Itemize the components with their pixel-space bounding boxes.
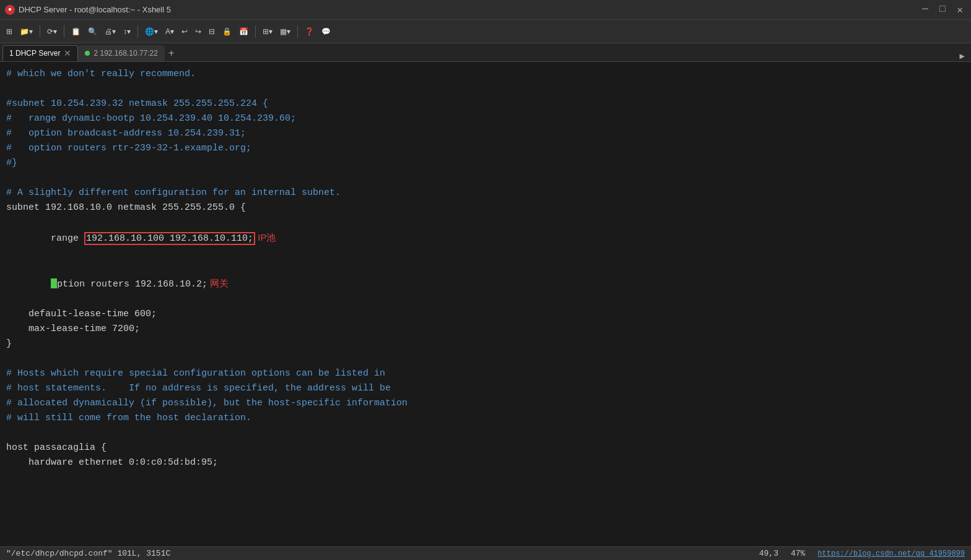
toolbar: ⊞ 📁▾ ⟳▾ 📋 🔍 🖨▾ ↕▾ 🌐▾ A▾ ↩ ↪ ⊟ 🔒 📅 ⊞▾ ▦▾ …	[0, 20, 971, 43]
panel-button[interactable]: ▦▾	[277, 26, 293, 37]
copy-button[interactable]: 📋	[69, 26, 83, 37]
maximize-button[interactable]: □	[936, 4, 949, 16]
tab-2-label: 2 192.168.10.77:22	[94, 49, 157, 58]
line-4: # range dynamic-bootp 10.254.239.40 10.2…	[6, 111, 965, 126]
separator-2	[64, 25, 64, 38]
separator-3	[137, 25, 138, 38]
print-button[interactable]: 🖨▾	[102, 26, 118, 37]
line-hosts-comment-1: # Hosts which require special configurat…	[6, 366, 965, 381]
tabs-bar: 1 DHCP Server ✕ 2 192.168.10.77:22 + ▶	[0, 43, 971, 62]
line-2	[6, 82, 965, 97]
link-button[interactable]: 🌐▾	[142, 26, 160, 37]
tab-1-close[interactable]: ✕	[64, 48, 71, 58]
file-info: "/etc/dhcp/dhcpd.conf" 101L, 3151C	[6, 549, 170, 558]
layout-button[interactable]: ⊞▾	[260, 26, 275, 37]
line-hosts-comment-2: # host statements. If no address is spec…	[6, 381, 965, 396]
tab-192-168[interactable]: 2 192.168.10.77:22	[78, 45, 164, 61]
chat-button[interactable]: 💬	[319, 26, 333, 37]
undo-button[interactable]: ↩	[179, 26, 190, 37]
line-6: # option routers rtr-239-32-1.example.or…	[6, 141, 965, 156]
separator-4	[255, 25, 256, 38]
tab-2-dot	[85, 51, 90, 56]
terminal-content[interactable]: # which we don't really recommend. #subn…	[0, 62, 971, 546]
new-session-button[interactable]: ⊞	[4, 26, 15, 37]
line-range: range 192.168.10.100 192.168.10.110; IP池	[6, 215, 965, 261]
line-hardware: hardware ethernet 0:0:c0:5d:bd:95;	[6, 455, 965, 470]
cursor	[51, 278, 57, 288]
line-9: # A slightly different configuration for…	[6, 186, 965, 200]
line-option-routers: ption routers 192.168.10.2; 网关	[6, 261, 965, 307]
line-hosts-comment-4: # will still come from the host declarat…	[6, 411, 965, 426]
line-3: #subnet 10.254.239.32 netmask 255.255.25…	[6, 97, 965, 111]
lock-button[interactable]: 🔒	[220, 26, 234, 37]
gateway-label: 网关	[207, 278, 229, 288]
separator-5	[297, 25, 298, 38]
line-8	[6, 171, 965, 186]
help-button[interactable]: ❓	[302, 26, 316, 37]
fullscreen-button[interactable]: ⊟	[206, 26, 217, 37]
tab-dhcp-server[interactable]: 1 DHCP Server ✕	[2, 45, 78, 61]
reconnect-button[interactable]: ⟳▾	[45, 26, 59, 37]
tab-1-label: 1 DHCP Server	[9, 49, 60, 58]
option-indent	[28, 279, 51, 290]
title-bar: ● DHCP Server - root@localhost:~ - Xshel…	[0, 0, 971, 20]
minimize-button[interactable]: ─	[919, 4, 931, 16]
session-button[interactable]: 📅	[237, 26, 251, 37]
range-prefix: range	[28, 233, 84, 244]
line-5: # option broadcast-address 10.254.239.31…	[6, 126, 965, 141]
scroll-percent: 47%	[791, 549, 805, 558]
blog-link[interactable]: https://blog.csdn.net/qq_41959899	[817, 549, 965, 558]
transfer-button[interactable]: ↕▾	[121, 26, 133, 37]
line-hosts-comment-3: # allocated dynamically (if possible), b…	[6, 396, 965, 411]
range-highlight: 192.168.10.100 192.168.10.110;	[84, 232, 255, 245]
status-bar: "/etc/dhcp/dhcpd.conf" 101L, 3151C 49,3 …	[0, 546, 971, 560]
close-button[interactable]: ✕	[954, 4, 966, 16]
line-7: #}	[6, 156, 965, 171]
status-right: 49,3 47% https://blog.csdn.net/qq_419598…	[759, 549, 965, 558]
line-1: # which we don't really recommend.	[6, 67, 965, 82]
find-button[interactable]: 🔍	[85, 26, 100, 37]
redo-button[interactable]: ↪	[193, 26, 204, 37]
line-empty-1	[6, 351, 965, 366]
separator-1	[40, 25, 40, 38]
cursor-position: 49,3	[759, 549, 778, 558]
line-max-lease: max-lease-time 7200;	[6, 322, 965, 337]
new-tab-button[interactable]: +	[165, 45, 178, 61]
line-host: host passacaglia {	[6, 441, 965, 455]
tabs-scroll-icon[interactable]: ▶	[956, 51, 969, 61]
line-10: subnet 192.168.10.0 netmask 255.255.255.…	[6, 200, 965, 215]
font-button[interactable]: A▾	[163, 26, 176, 37]
option-text: ption routers 192.168.10.2;	[57, 279, 207, 290]
window-title: DHCP Server - root@localhost:~ - Xshell …	[19, 5, 171, 14]
line-close-brace: }	[6, 337, 965, 351]
app-icon: ●	[5, 5, 15, 15]
ip-pool-label: IP池	[255, 232, 276, 243]
line-default-lease: default-lease-time 600;	[6, 307, 965, 322]
window-controls[interactable]: ─ □ ✕	[919, 4, 966, 16]
line-empty-2	[6, 426, 965, 441]
open-button[interactable]: 📁▾	[17, 26, 35, 37]
